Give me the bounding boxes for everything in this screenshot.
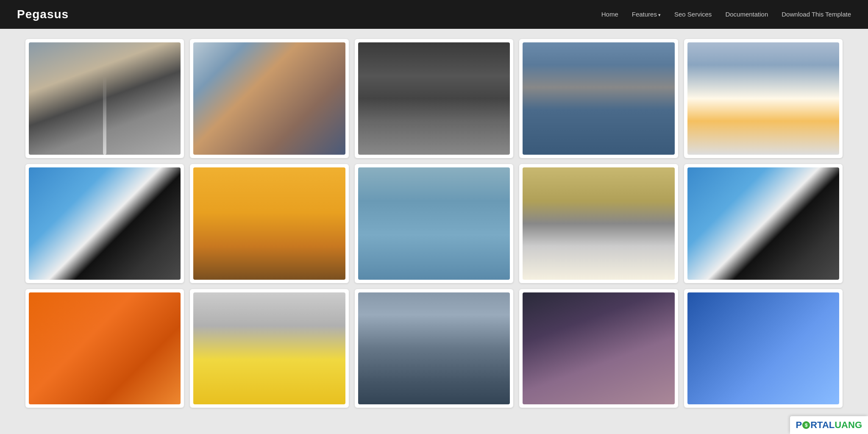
nav-links: HomeFeaturesSeo ServicesDocumentationDow… xyxy=(601,11,851,18)
gallery-item[interactable] xyxy=(25,164,184,283)
nav-item-home[interactable]: Home xyxy=(601,11,618,18)
gallery-item[interactable] xyxy=(519,39,678,158)
nav-link-home[interactable]: Home xyxy=(601,11,618,18)
nav-link-download[interactable]: Download This Template xyxy=(782,11,851,18)
nav-item-features[interactable]: Features xyxy=(632,11,661,18)
nav-item-download[interactable]: Download This Template xyxy=(782,11,851,18)
site-logo[interactable]: Pegasus xyxy=(17,8,69,21)
gallery-image-heron-water xyxy=(358,167,510,280)
gallery-image-chairs-yellow xyxy=(193,167,345,280)
gallery-item[interactable] xyxy=(190,39,348,158)
gallery-image-woman-portrait xyxy=(193,42,345,155)
nav-item-docs[interactable]: Documentation xyxy=(725,11,768,18)
watermark-uang: UANG xyxy=(835,420,862,431)
watermark-badge: PRTALUANG xyxy=(790,416,868,434)
gallery-image-city-skyline xyxy=(523,42,674,155)
gallery-item[interactable] xyxy=(355,164,513,283)
gallery-image-yellow-chair xyxy=(193,292,345,405)
gallery-image-rocket-launch xyxy=(687,42,839,155)
gallery-item[interactable] xyxy=(519,164,678,283)
gallery-item[interactable] xyxy=(684,164,843,283)
gallery-item[interactable] xyxy=(190,164,348,283)
nav-link-features[interactable]: Features xyxy=(632,11,661,18)
gallery-item[interactable] xyxy=(190,289,348,408)
gallery-image-woman-glasses xyxy=(523,292,674,405)
gallery-image-road-desert xyxy=(29,42,181,155)
gallery-item[interactable] xyxy=(355,39,513,158)
gallery-item[interactable] xyxy=(519,289,678,408)
gallery-image-orange-room xyxy=(29,292,181,405)
watermark-coin-icon xyxy=(802,421,810,429)
gallery-image-glass-blue xyxy=(687,292,839,405)
nav-link-seo[interactable]: Seo Services xyxy=(674,11,712,18)
gallery-item[interactable] xyxy=(684,39,843,158)
nav-link-docs[interactable]: Documentation xyxy=(725,11,768,18)
gallery-image-zebra-field xyxy=(523,167,674,280)
gallery-image-umbrella-blue2 xyxy=(687,167,839,280)
gallery-item[interactable] xyxy=(684,289,843,408)
gallery-item[interactable] xyxy=(355,289,513,408)
gallery-image-foggy-trees xyxy=(358,292,510,405)
gallery-image-umbrella-blue xyxy=(29,167,181,280)
gallery-image-road-aerial xyxy=(358,42,510,155)
gallery-grid xyxy=(25,39,843,408)
main-nav: Pegasus HomeFeaturesSeo ServicesDocument… xyxy=(0,0,868,29)
nav-item-seo[interactable]: Seo Services xyxy=(674,11,712,18)
watermark-rtal: RTAL xyxy=(810,420,835,431)
watermark-p: P xyxy=(796,420,802,431)
gallery-item[interactable] xyxy=(25,39,184,158)
gallery-item[interactable] xyxy=(25,289,184,408)
main-content xyxy=(0,29,868,434)
